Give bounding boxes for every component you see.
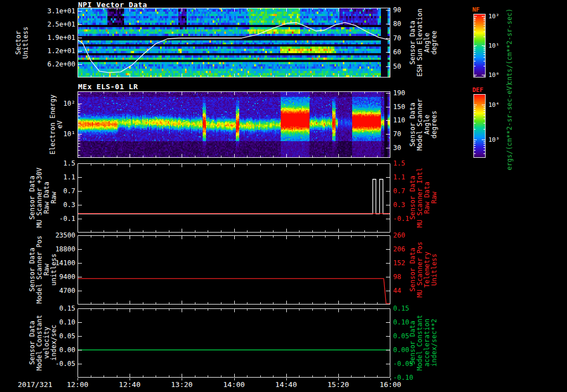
date-label: 2017/321 xyxy=(18,380,60,389)
y-tick-label: 0.10 xyxy=(42,318,75,326)
x-tick-label: 12:40 xyxy=(113,380,146,389)
panel-els-title: MEx ELS-01 LR xyxy=(78,82,138,91)
y-tick-label: 0.10 xyxy=(393,318,426,326)
colorbar-def-canvas xyxy=(473,94,486,158)
y-tick-label: 70 xyxy=(393,34,426,42)
y-tick-label: 260 xyxy=(393,231,426,239)
y-tick-label: 1.5 xyxy=(393,159,426,167)
y-tick-label: 0.00 xyxy=(42,346,75,354)
y-tick-label: 2.5e+01 xyxy=(42,20,75,28)
y-tick-label: 0.3 xyxy=(393,201,426,209)
y-tick-label: 30 xyxy=(393,144,426,152)
colorbar-tick-label: 10⁰ xyxy=(488,71,499,79)
colorbar-tick-label: 10¹ xyxy=(488,42,499,49)
y-tick-label: -0.1 xyxy=(393,215,426,223)
x-tick-label: 14:40 xyxy=(270,380,303,389)
colorbar-nf-canvas xyxy=(473,14,486,78)
y-tick-label: 0.7 xyxy=(42,187,75,195)
y-tick-label: 50 xyxy=(393,63,426,70)
x-axis-tick xyxy=(182,378,182,380)
y-tick-label: 9400 xyxy=(42,273,75,281)
colorbar-nf-unit: cnts/(cm**2-sr-sec) xyxy=(506,8,513,84)
colorbar-tick-label: 10³ xyxy=(488,136,499,143)
x-tick-label: 12:00 xyxy=(61,380,94,389)
scanner-voltage-plot-canvas xyxy=(78,163,390,233)
y-tick-label: 60 xyxy=(393,48,426,56)
x-tick-label: 13:20 xyxy=(165,380,198,389)
x-axis-tick xyxy=(390,378,391,380)
y-tick-label: 0.3 xyxy=(42,201,75,209)
y-tick-label: 3.1e+01 xyxy=(42,7,75,15)
x-axis-tick xyxy=(78,378,78,380)
y-tick-label: 4700 xyxy=(42,287,75,295)
y-tick-label: -0.05 xyxy=(42,360,75,368)
y-tick-label: 23500 xyxy=(42,231,75,239)
y-tick-label: 14100 xyxy=(42,259,75,267)
y-tick-label: 0.15 xyxy=(42,305,75,312)
x-axis-tick xyxy=(130,378,130,380)
panel-npi-left-axis-title: Sector Unitless xyxy=(15,27,29,59)
y-tick-label: 0.15 xyxy=(393,305,426,312)
x-tick-label: 14:00 xyxy=(218,380,251,389)
model-constant-plot-canvas xyxy=(78,308,390,378)
y-tick-label: 1.1 xyxy=(393,173,426,181)
x-tick-label: 16:00 xyxy=(374,380,407,389)
colorbar-tick-label: 10⁴ xyxy=(488,101,499,109)
y-tick-label: 98 xyxy=(393,273,426,281)
y-tick-label: 190 xyxy=(393,89,426,97)
x-axis-tick xyxy=(234,378,235,380)
tplot-science-dashboard: NPI Vector Data MEx ELS-01 LR Sector Uni… xyxy=(0,0,567,392)
x-axis-tick xyxy=(338,378,339,380)
y-tick-label: 10² xyxy=(42,100,75,107)
y-tick-label: 70 xyxy=(393,130,426,138)
y-tick-label: -0.1 xyxy=(42,215,75,223)
y-tick-label: 0.00 xyxy=(393,346,426,354)
x-axis-tick xyxy=(286,378,287,380)
y-tick-label: 1.9e+01 xyxy=(42,34,75,42)
y-tick-label: 110 xyxy=(393,116,426,124)
y-tick-label: 0.7 xyxy=(393,187,426,195)
els-spectrogram-canvas xyxy=(78,91,390,158)
scanner-position-plot-canvas xyxy=(78,235,390,305)
y-tick-label: 10¹ xyxy=(42,130,75,138)
colorbar-def-label: DEF xyxy=(472,86,483,94)
y-tick-label: 44 xyxy=(393,287,426,295)
y-tick-label: 80 xyxy=(393,20,426,28)
y-tick-label: -0.05 xyxy=(393,360,426,368)
colorbar-tick-label: 10² xyxy=(488,13,499,20)
y-tick-label: 0.05 xyxy=(42,332,75,340)
y-tick-label: 1.5 xyxy=(42,159,75,167)
x-tick-label: 15:20 xyxy=(322,380,355,389)
y-tick-label: 152 xyxy=(393,259,426,267)
y-tick-label: 90 xyxy=(393,6,426,14)
y-tick-label: 0.05 xyxy=(393,332,426,340)
y-tick-label: 150 xyxy=(393,103,426,111)
npi-spectrogram-canvas xyxy=(78,8,390,78)
y-tick-label: 6.2e+00 xyxy=(42,60,75,68)
y-tick-label: 1.2e+01 xyxy=(42,47,75,55)
colorbar-def-unit: ergs/(cm**2-sr-sec-eV) xyxy=(506,82,513,171)
y-tick-label: 1.1 xyxy=(42,173,75,181)
colorbar-nf-label: NF xyxy=(472,6,480,13)
y-tick-label: 206 xyxy=(393,245,426,253)
y-tick-label: 18800 xyxy=(42,245,75,253)
